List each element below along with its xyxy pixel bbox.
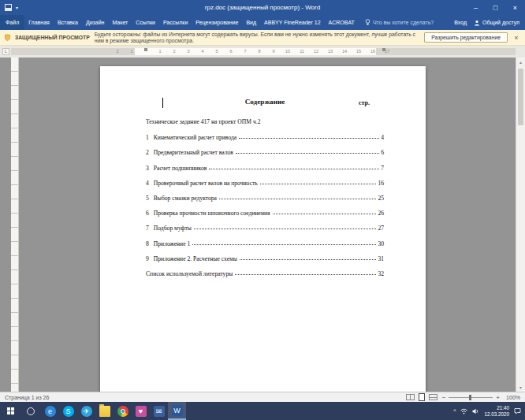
toc-dot-leader xyxy=(236,153,379,154)
system-tray: ^ 21:40 12.03.2020 xyxy=(453,405,525,418)
web-layout-icon[interactable] xyxy=(429,394,438,400)
toc-row: 5 Выбор смазки редуктора 25 xyxy=(146,187,384,202)
vertical-scrollbar[interactable]: ▴ ▾ xyxy=(516,58,525,392)
ribbon-tab-рецензирование[interactable]: Рецензирование xyxy=(192,15,242,30)
ribbon-tab-главная[interactable]: Главная xyxy=(24,15,54,30)
customize-quick-access-icon[interactable]: ▾ xyxy=(16,5,18,10)
taskbar: e S ✈ ♥ ✉ W ^ 21:40 12.03.2020 xyxy=(0,402,525,420)
scroll-down-icon[interactable]: ▾ xyxy=(516,385,525,390)
edge-icon: e xyxy=(45,406,56,417)
indent-marker-left[interactable] xyxy=(144,48,147,51)
close-button[interactable]: × xyxy=(505,0,525,15)
clock-time: 21:40 xyxy=(484,405,509,411)
windows-logo-icon xyxy=(7,407,14,414)
toc-item-label: Приложение 2. Расчетные схемы xyxy=(154,255,237,262)
toc-row: 2 Предварительный расчет валов 6 xyxy=(146,141,384,156)
enable-editing-button[interactable]: Разрешить редактирование xyxy=(424,32,508,43)
scroll-up-icon[interactable]: ▴ xyxy=(516,59,525,65)
mail-icon: ✉ xyxy=(154,406,165,417)
zoom-in-icon[interactable]: + xyxy=(496,394,500,401)
toc-row: 4 Проверочный расчет валов на прочность … xyxy=(146,172,384,187)
taskbar-app-explorer[interactable] xyxy=(95,402,114,420)
hidden-icons-chevron[interactable]: ^ xyxy=(453,408,456,414)
shield-icon xyxy=(5,33,10,42)
taskbar-app-word[interactable]: W xyxy=(168,402,186,420)
taskbar-app-edge[interactable]: e xyxy=(41,402,59,420)
protected-view-banner: ЗАЩИЩЕННЫЙ ПРОСМОТР Будьте осторожны: фа… xyxy=(0,30,525,46)
toc-item-label: Приложение 1 xyxy=(154,240,190,247)
ribbon-tab-abbyy-finereader-12[interactable]: ABBYY FineReader 12 xyxy=(260,15,324,30)
read-mode-icon[interactable] xyxy=(406,394,415,400)
person-icon xyxy=(474,20,480,26)
toc-item-page: 6 xyxy=(381,149,384,156)
toc-dot-leader xyxy=(192,244,376,245)
doc-intro-line: Техническое задание 417 на проект ОПМ ч.… xyxy=(146,118,384,126)
ruler-number: 5 xyxy=(213,49,221,54)
scrollbar-thumb[interactable] xyxy=(518,69,523,125)
page-indicator[interactable]: Страница 1 из 26 xyxy=(5,395,49,400)
toc-item-page: 25 xyxy=(378,195,384,202)
toc-item-page: 4 xyxy=(381,134,384,141)
ribbon-tab-вставка[interactable]: Вставка xyxy=(54,15,82,30)
ribbon-tab-макет[interactable]: Макет xyxy=(108,15,132,30)
taskbar-app-skype[interactable]: S xyxy=(59,402,77,420)
taskbar-app-telegram[interactable]: ✈ xyxy=(77,402,95,420)
toc-item-page: 30 xyxy=(378,240,384,247)
window-controls: – □ × xyxy=(466,0,525,15)
toc-item-number: 5 xyxy=(146,195,149,202)
print-layout-icon[interactable] xyxy=(419,393,425,401)
toc-dot-leader xyxy=(219,199,376,199)
zoom-percentage[interactable]: 100% xyxy=(503,395,520,400)
ruler-number: 14 xyxy=(341,49,348,54)
toc-dot-leader xyxy=(194,229,377,229)
clock-date: 12.03.2020 xyxy=(484,411,509,418)
ruler-number: 3 xyxy=(184,49,192,54)
tab-selector[interactable]: L xyxy=(2,48,9,55)
notification-center-icon[interactable] xyxy=(514,407,521,414)
tell-me-box[interactable]: Что вы хотите сделать? xyxy=(365,19,434,26)
ribbon-tab-вид[interactable]: Вид xyxy=(242,15,260,30)
taskbar-app-mail[interactable]: ✉ xyxy=(150,402,168,420)
taskbar-app-chrome[interactable] xyxy=(114,402,132,420)
search-button[interactable] xyxy=(20,402,41,420)
network-icon[interactable] xyxy=(460,408,467,414)
toc-row: 1 Кинематический расчет привода 4 xyxy=(146,126,384,141)
ribbon-tab-дизайн[interactable]: Дизайн xyxy=(82,15,109,30)
document-page[interactable]: Содержание стр. Техническое задание 417 … xyxy=(100,66,426,392)
ribbon-tab-ссылки[interactable]: Ссылки xyxy=(132,15,159,30)
sign-in-button[interactable]: Вход xyxy=(454,20,467,25)
minimize-button[interactable]: – xyxy=(466,0,486,15)
page-column-label: стр. xyxy=(359,99,370,106)
share-button[interactable]: Общий доступ xyxy=(474,20,519,26)
ruler-number: 12 xyxy=(312,49,320,54)
volume-icon[interactable] xyxy=(472,408,479,414)
document-text-column: Содержание стр. Техническое задание 417 … xyxy=(146,66,384,277)
ruler-number: 4 xyxy=(199,49,207,54)
ruler-number: 11 xyxy=(298,49,306,54)
ribbon-tab-рассылки[interactable]: Рассылки xyxy=(159,15,192,30)
ribbon-tab-acrobat[interactable]: ACROBAT xyxy=(325,15,359,30)
explorer-icon xyxy=(99,406,110,417)
banner-close-icon[interactable]: × xyxy=(512,34,520,42)
zoom-slider-thumb[interactable] xyxy=(469,395,471,400)
photos-icon: ♥ xyxy=(136,406,147,417)
ruler-number: 6 xyxy=(227,49,235,54)
toc-row: 8 Приложение 1 30 xyxy=(146,232,384,247)
start-button[interactable] xyxy=(0,402,20,420)
zoom-slider[interactable] xyxy=(449,397,493,398)
toc-row: 7 Подбор муфты 27 xyxy=(146,217,384,232)
maximize-button[interactable]: □ xyxy=(486,0,505,15)
ribbon-tabs: ФайлГлавнаяВставкаДизайнМакетСсылкиРассы… xyxy=(0,15,359,30)
taskbar-clock[interactable]: 21:40 12.03.2020 xyxy=(484,405,509,418)
taskbar-app-photos[interactable]: ♥ xyxy=(132,402,150,420)
horizontal-ruler: L 121234567891011121314151617 xyxy=(0,46,525,58)
toc-item-label: Предварительный расчет валов xyxy=(154,149,233,156)
ribbon-tab-файл[interactable]: Файл xyxy=(0,15,24,30)
save-icon[interactable] xyxy=(5,4,12,11)
toc-item-page: 27 xyxy=(378,225,384,232)
indent-marker-right[interactable] xyxy=(382,48,385,51)
toc-item-label: Проверочный расчет валов на прочность xyxy=(154,180,258,187)
ribbon-tab-row: ФайлГлавнаяВставкаДизайнМакетСсылкиРассы… xyxy=(0,15,525,30)
chrome-icon xyxy=(117,406,128,417)
zoom-out-icon[interactable]: − xyxy=(442,394,446,401)
